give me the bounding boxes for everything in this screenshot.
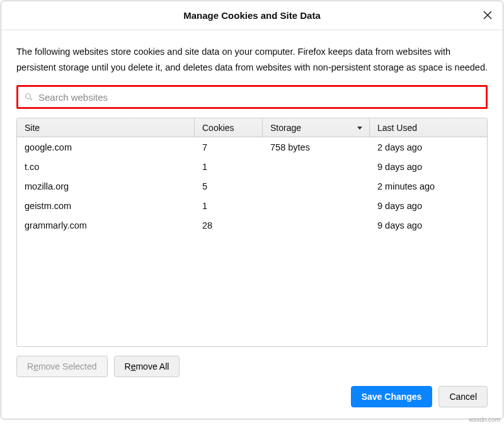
svg-point-2 (26, 94, 31, 99)
table-row[interactable]: geistm.com19 days ago (17, 196, 487, 215)
svg-line-3 (30, 98, 33, 101)
search-field-highlight (16, 85, 488, 109)
header-cookies-label: Cookies (202, 123, 234, 133)
header-last-used[interactable]: Last Used (370, 118, 487, 137)
svg-marker-4 (357, 127, 362, 130)
sort-indicator (357, 123, 363, 133)
close-icon (483, 11, 492, 20)
close-button[interactable] (481, 9, 494, 21)
removal-buttons: Remove Selected Remove All (16, 356, 488, 377)
cell-cookies: 5 (195, 181, 263, 191)
cell-cookies: 28 (195, 220, 263, 230)
cookies-table: Site Cookies Storage Last Used google.co… (16, 118, 488, 347)
cell-last-used: 9 days ago (370, 201, 487, 211)
cookies-dialog: Manage Cookies and Site Data The followi… (1, 1, 503, 419)
cell-cookies: 1 (195, 201, 263, 211)
save-changes-button[interactable]: Save Changes (351, 386, 433, 407)
header-site-label: Site (25, 123, 40, 133)
cell-last-used: 9 days ago (370, 220, 487, 230)
search-input[interactable] (38, 92, 479, 103)
cell-site: grammarly.com (17, 220, 195, 230)
cell-cookies: 7 (195, 142, 263, 152)
table-row[interactable]: mozilla.org52 minutes ago (17, 176, 487, 196)
header-cookies[interactable]: Cookies (195, 118, 263, 137)
dialog-content: The following websites store cookies and… (1, 30, 503, 386)
cell-site: t.co (17, 162, 195, 172)
search-icon (25, 93, 33, 101)
table-body: google.com7758 bytes2 days agot.co19 day… (17, 137, 487, 346)
table-row[interactable]: grammarly.com289 days ago (17, 215, 487, 235)
table-row[interactable]: t.co19 days ago (17, 157, 487, 176)
header-site[interactable]: Site (17, 118, 195, 137)
header-last-used-label: Last Used (377, 123, 417, 133)
cancel-button[interactable]: Cancel (438, 386, 488, 407)
dialog-titlebar: Manage Cookies and Site Data (1, 1, 503, 30)
cell-cookies: 1 (195, 162, 263, 172)
cell-last-used: 9 days ago (370, 162, 487, 172)
table-header: Site Cookies Storage Last Used (17, 118, 487, 137)
header-storage-label: Storage (270, 123, 301, 133)
cell-last-used: 2 days ago (370, 142, 487, 152)
table-row[interactable]: google.com7758 bytes2 days ago (17, 137, 487, 157)
cell-storage: 758 bytes (263, 142, 370, 152)
cell-site: google.com (17, 142, 195, 152)
description-text: The following websites store cookies and… (16, 44, 488, 75)
chevron-down-icon (357, 125, 363, 131)
watermark-text: wsxdn.com (469, 416, 500, 423)
remove-selected-button[interactable]: Remove Selected (16, 356, 108, 377)
dialog-footer: Save Changes Cancel (1, 386, 503, 419)
cell-site: geistm.com (17, 201, 195, 211)
header-storage[interactable]: Storage (263, 118, 370, 137)
remove-all-button[interactable]: Remove All (114, 356, 180, 377)
dialog-title: Manage Cookies and Site Data (183, 10, 321, 21)
cell-site: mozilla.org (17, 181, 195, 191)
cell-last-used: 2 minutes ago (370, 181, 487, 191)
